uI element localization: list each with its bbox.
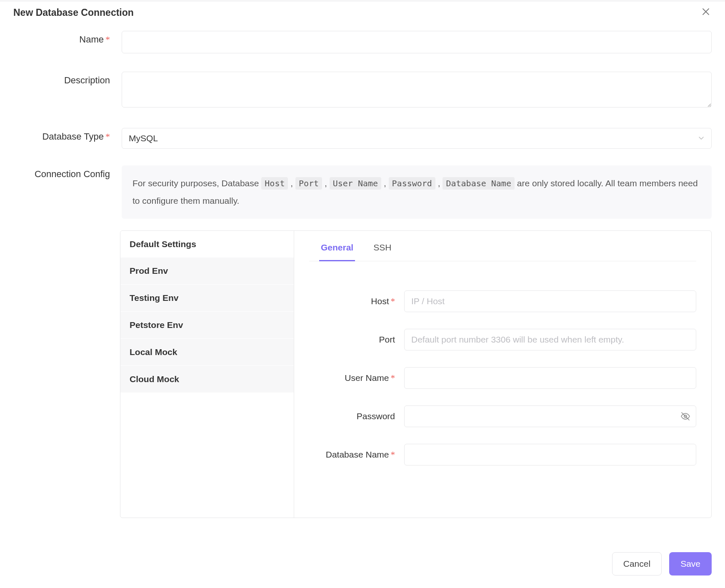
user-name-input[interactable] <box>404 367 696 389</box>
env-item-prod[interactable]: Prod Env <box>120 258 294 285</box>
modal-header: New Database Connection <box>0 2 725 23</box>
row-user-name: User Name* <box>309 367 696 389</box>
required-marker: * <box>105 34 110 45</box>
label-user-name: User Name* <box>309 373 404 383</box>
eye-off-icon[interactable] <box>680 411 690 421</box>
label-port: Port <box>309 335 404 345</box>
notice-token-password: Password <box>389 177 435 190</box>
tab-general[interactable]: General <box>319 239 355 261</box>
environment-list: Default Settings Prod Env Testing Env Pe… <box>120 231 294 518</box>
label-database-name: Database Name* <box>309 450 404 460</box>
notice-sep: , <box>435 178 443 188</box>
label-host-text: Host <box>371 296 389 306</box>
database-name-input[interactable] <box>404 444 696 465</box>
notice-prefix: For security purposes, Database <box>132 178 261 188</box>
notice-token-dbname: Database Name <box>442 177 515 190</box>
required-marker: * <box>391 296 395 306</box>
row-host: Host* <box>309 290 696 312</box>
modal-title: New Database Connection <box>13 7 134 18</box>
row-description: Description <box>13 72 712 110</box>
close-icon <box>702 8 710 18</box>
required-marker: * <box>391 373 395 383</box>
label-database-name-text: Database Name <box>326 450 389 459</box>
label-name: Name* <box>13 31 122 45</box>
password-input[interactable] <box>404 405 696 427</box>
database-type-value: MySQL <box>129 133 158 143</box>
modal-footer: Cancel Save <box>612 552 712 575</box>
save-button[interactable]: Save <box>669 552 712 575</box>
row-port: Port <box>309 329 696 350</box>
required-marker: * <box>105 131 110 142</box>
label-password: Password <box>309 411 404 421</box>
port-input[interactable] <box>404 329 696 350</box>
notice-token-user: User Name <box>330 177 381 190</box>
notice-sep: , <box>381 178 389 188</box>
host-input[interactable] <box>404 290 696 312</box>
notice-token-port: Port <box>295 177 322 190</box>
notice-sep: , <box>322 178 330 188</box>
database-type-select[interactable]: MySQL <box>122 128 712 149</box>
form-body: Name* Description Database Type* MySQL <box>0 23 725 219</box>
label-database-type: Database Type* <box>13 128 122 142</box>
label-user-name-text: User Name <box>345 373 389 383</box>
label-description: Description <box>13 72 122 86</box>
config-tabs: General SSH <box>309 231 696 261</box>
cancel-button[interactable]: Cancel <box>612 552 662 575</box>
row-connection-config: Connection Config For security purposes,… <box>13 165 712 219</box>
env-list-header: Default Settings <box>120 231 294 258</box>
notice-sep: , <box>288 178 295 188</box>
chevron-down-icon <box>698 133 705 143</box>
new-db-connection-modal: New Database Connection Name* Descriptio… <box>0 0 725 588</box>
row-password: Password <box>309 405 696 427</box>
label-host: Host* <box>309 296 404 307</box>
config-panel: Default Settings Prod Env Testing Env Pe… <box>120 230 712 518</box>
label-database-type-text: Database Type <box>42 131 104 142</box>
row-database-type: Database Type* MySQL <box>13 128 712 149</box>
env-item-petstore[interactable]: Petstore Env <box>120 312 294 339</box>
security-notice: For security purposes, Database Host , P… <box>122 165 712 219</box>
env-item-cloud-mock[interactable]: Cloud Mock <box>120 366 294 393</box>
description-textarea[interactable] <box>122 72 712 108</box>
env-item-local-mock[interactable]: Local Mock <box>120 339 294 366</box>
required-marker: * <box>391 450 395 460</box>
row-name: Name* <box>13 31 712 53</box>
env-item-testing[interactable]: Testing Env <box>120 285 294 312</box>
notice-token-host: Host <box>261 177 288 190</box>
name-input[interactable] <box>122 31 712 53</box>
tab-ssh[interactable]: SSH <box>372 239 393 261</box>
row-database-name: Database Name* <box>309 444 696 465</box>
label-connection-config: Connection Config <box>13 165 122 180</box>
label-name-text: Name <box>79 34 104 45</box>
config-detail: General SSH Host* Port <box>294 231 711 518</box>
general-form: Host* Port User Name* <box>309 261 696 465</box>
close-button[interactable] <box>700 7 712 18</box>
